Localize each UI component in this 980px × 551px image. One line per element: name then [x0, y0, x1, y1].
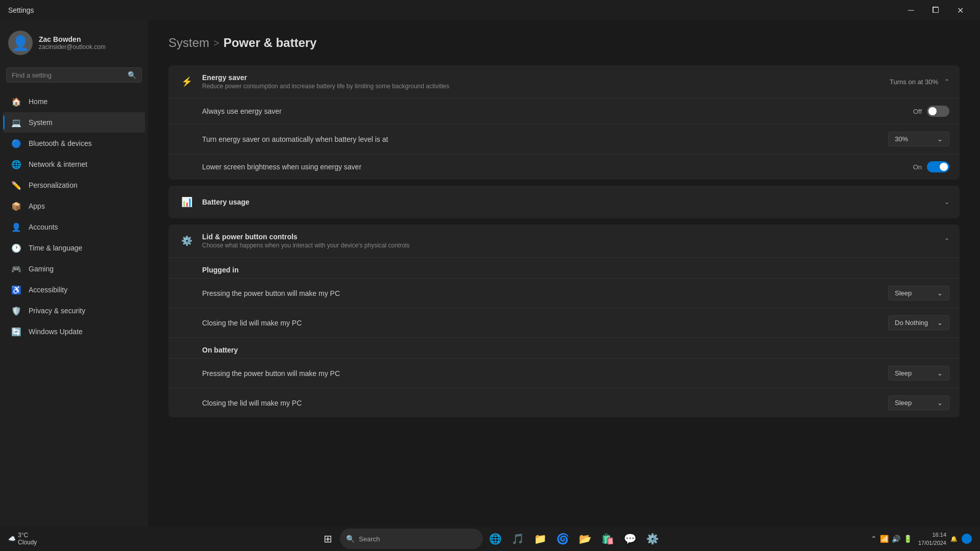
toggle-lower-brightness[interactable] [927, 161, 949, 172]
battery-icon[interactable]: 🔋 [903, 535, 912, 543]
setting-label-always-energy-saver: Always use energy saver [202, 107, 282, 115]
maximize-button[interactable]: ⧠ [924, 2, 947, 18]
dropdown-auto-energy-saver[interactable]: 30% ⌄ [888, 132, 949, 146]
dropdown-lid-plugged[interactable]: Do Nothing ⌄ [888, 315, 949, 330]
setting-row-power-button-battery: Pressing the power button will make my P… [168, 358, 960, 388]
taskbar-left: ☁️ 3°C Cloudy [8, 532, 41, 546]
minimize-button[interactable]: ─ [899, 2, 923, 18]
search-container: 🔍 [0, 63, 148, 91]
taskbar-app-teams[interactable]: 💬 [620, 529, 640, 549]
setting-label-lid-battery: Closing the lid will make my PC [202, 399, 302, 407]
taskbar-app-groove[interactable]: 🎵 [507, 529, 528, 549]
setting-control-auto-energy-saver: 30% ⌄ [888, 132, 949, 146]
taskbar: ☁️ 3°C Cloudy ⊞🔍Search🌐🎵📁🌀📂🛍️💬⚙️ ⌃ 📶 🔊 🔋… [0, 527, 980, 551]
nav-icon-update: 🔄 [11, 327, 21, 337]
toggle-label-always-energy-saver: Off [913, 108, 922, 115]
taskbar-app-store[interactable]: 🛍️ [597, 529, 618, 549]
setting-row-auto-energy-saver: Turn energy saver on automatically when … [168, 124, 960, 154]
sidebar-item-network[interactable]: 🌐 Network & internet [3, 154, 145, 174]
dropdown-power-button-plugged[interactable]: Sleep ⌄ [888, 286, 949, 300]
setting-row-lid-plugged: Closing the lid will make my PC Do Nothi… [168, 308, 960, 337]
chevron-energy-saver: ⌃ [944, 78, 949, 85]
panel-icon-battery-usage: 📊 [179, 194, 195, 210]
sidebar-item-update[interactable]: 🔄 Windows Update [3, 321, 145, 342]
time-display: 16:14 [918, 531, 946, 539]
dropdown-value-power-button-plugged: Sleep [895, 289, 912, 297]
date-display: 17/01/2024 [918, 539, 946, 547]
panel-header-energy-saver[interactable]: ⚡ Energy saver Reduce power consumption … [168, 65, 960, 98]
nav-icon-home: 🏠 [11, 96, 21, 107]
setting-control-always-energy-saver: Off [913, 106, 949, 117]
taskbar-app-edge-dev[interactable]: 🌐 [485, 529, 505, 549]
sidebar-item-apps[interactable]: 📦 Apps [3, 196, 145, 216]
sidebar-item-personalization[interactable]: ✏️ Personalization [3, 175, 145, 195]
setting-row-lid-battery: Closing the lid will make my PC Sleep ⌄ [168, 388, 960, 417]
taskbar-app-search[interactable]: 🔍Search [340, 529, 483, 549]
nav-icon-gaming: 🎮 [11, 264, 21, 274]
taskbar-center: ⊞🔍Search🌐🎵📁🌀📂🛍️💬⚙️ [317, 529, 663, 549]
toggle-always-energy-saver[interactable] [927, 106, 949, 117]
search-input[interactable] [12, 71, 124, 79]
user-name: Zac Bowden [39, 35, 106, 43]
nav-label-accounts: Accounts [29, 223, 58, 231]
setting-label-lid-plugged: Closing the lid will make my PC [202, 319, 302, 327]
weather-widget[interactable]: ☁️ 3°C Cloudy [8, 532, 37, 546]
panels-container: ⚡ Energy saver Reduce power consumption … [168, 65, 960, 417]
wifi-icon[interactable]: 📶 [880, 535, 889, 543]
close-button[interactable]: ✕ [948, 2, 972, 18]
dropdown-chevron-power-button-battery: ⌄ [937, 369, 943, 377]
sidebar-item-accessibility[interactable]: ♿ Accessibility [3, 280, 145, 300]
weather-icon: ☁️ [8, 535, 16, 542]
titlebar-title: Settings [8, 6, 34, 14]
taskbar-app-files[interactable]: 📂 [575, 529, 595, 549]
panel-header-lid-power[interactable]: ⚙️ Lid & power button controls Choose wh… [168, 224, 960, 257]
taskbar-app-explorer[interactable]: 📁 [530, 529, 550, 549]
app-body: 👤 Zac Bowden zacinsider@outlook.com 🔍 🏠 … [0, 20, 980, 527]
panel-header-battery-usage[interactable]: 📊 Battery usage ⌄ [168, 186, 960, 218]
language-icon[interactable] [962, 534, 972, 544]
chevron-lid-power: ⌃ [944, 237, 949, 244]
titlebar: Settings ─ ⧠ ✕ [0, 0, 980, 20]
setting-row-always-energy-saver: Always use energy saver Off [168, 98, 960, 124]
setting-label-auto-energy-saver: Turn energy saver on automatically when … [202, 135, 388, 143]
taskbar-app-start[interactable]: ⊞ [317, 529, 338, 549]
nav-icon-privacy: 🛡️ [11, 306, 21, 316]
search-icon-taskbar: 🔍 [346, 535, 355, 543]
sidebar-item-system[interactable]: 💻 System [3, 112, 145, 133]
search-label-taskbar: Search [359, 535, 380, 543]
notification-icon[interactable]: 🔔 [950, 536, 958, 542]
sidebar-item-gaming[interactable]: 🎮 Gaming [3, 259, 145, 279]
taskbar-app-settings-app[interactable]: ⚙️ [642, 529, 663, 549]
dropdown-lid-battery[interactable]: Sleep ⌄ [888, 395, 949, 410]
main-content: System > Power & battery ⚡ Energy saver … [148, 20, 980, 527]
panel-icon-lid-power: ⚙️ [179, 233, 195, 249]
chevron-up-icon[interactable]: ⌃ [871, 535, 877, 543]
volume-icon[interactable]: 🔊 [892, 535, 900, 543]
setting-label-power-button-battery: Pressing the power button will make my P… [202, 369, 340, 378]
taskbar-app-edge[interactable]: 🌀 [552, 529, 573, 549]
sidebar-item-home[interactable]: 🏠 Home [3, 91, 145, 112]
panel-subtitle-energy-saver: Reduce power consumption and increase ba… [202, 83, 449, 90]
nav-icon-accessibility: ♿ [11, 285, 21, 295]
user-info: Zac Bowden zacinsider@outlook.com [39, 35, 106, 51]
nav-label-home: Home [29, 97, 47, 106]
taskbar-right: ⌃ 📶 🔊 🔋 16:14 17/01/2024 🔔 [871, 531, 972, 547]
nav-icon-bluetooth: 🔵 [11, 138, 21, 148]
setting-row-power-button-plugged: Pressing the power button will make my P… [168, 278, 960, 308]
panel-battery-usage: 📊 Battery usage ⌄ [168, 186, 960, 218]
panel-header-value: Turns on at 30% [890, 78, 938, 86]
search-box[interactable]: 🔍 [6, 67, 142, 83]
user-profile[interactable]: 👤 Zac Bowden zacinsider@outlook.com [0, 20, 148, 63]
dropdown-value-lid-plugged: Do Nothing [895, 319, 928, 327]
nav-icon-system: 💻 [11, 117, 21, 128]
breadcrumb-separator: > [213, 37, 219, 49]
clock[interactable]: 16:14 17/01/2024 [918, 531, 946, 547]
setting-label-power-button-plugged: Pressing the power button will make my P… [202, 289, 340, 297]
search-icon: 🔍 [128, 71, 136, 79]
sidebar-item-accounts[interactable]: 👤 Accounts [3, 217, 145, 237]
sidebar-item-time[interactable]: 🕐 Time & language [3, 238, 145, 258]
weather-temp: 3°C [18, 532, 37, 539]
sidebar-item-bluetooth[interactable]: 🔵 Bluetooth & devices [3, 133, 145, 154]
sidebar-item-privacy[interactable]: 🛡️ Privacy & security [3, 300, 145, 321]
dropdown-power-button-battery[interactable]: Sleep ⌄ [888, 366, 949, 381]
